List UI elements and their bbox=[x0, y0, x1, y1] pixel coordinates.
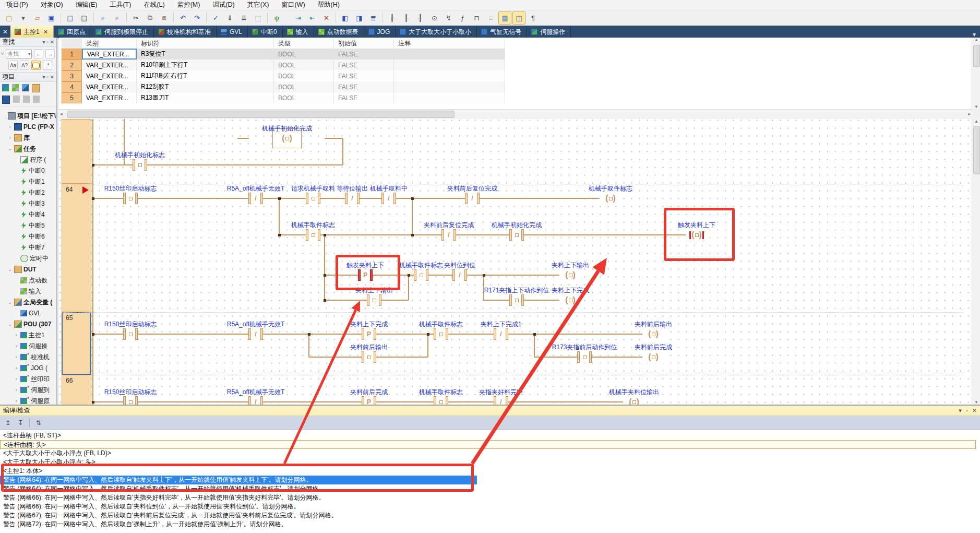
tree-item-伺服操[interactable]: ›伺服操 bbox=[0, 341, 57, 351]
table-row[interactable]: 1VAR_EXTER...R3复位TBOOLFALSE bbox=[62, 49, 505, 60]
comment-cell[interactable] bbox=[394, 92, 505, 103]
rung-cell-65[interactable]: 65 bbox=[62, 312, 91, 375]
expand-icon[interactable]: › bbox=[14, 333, 19, 338]
menu-item[interactable]: 项目(P) bbox=[0, 0, 34, 10]
expand-icon[interactable]: › bbox=[14, 376, 19, 382]
add-pou-icon[interactable] bbox=[2, 84, 9, 91]
tab-close-icon[interactable]: ✕ bbox=[43, 29, 48, 35]
contact-no[interactable] bbox=[122, 396, 139, 405]
step-in-icon[interactable]: ⇥ bbox=[292, 11, 305, 25]
tree-item-主控1[interactable]: ›主控1 bbox=[0, 330, 57, 340]
menu-item[interactable]: 编辑(E) bbox=[69, 0, 104, 10]
tree-item-库[interactable]: ›库 bbox=[0, 133, 57, 143]
expand-icon[interactable]: › bbox=[14, 365, 19, 371]
tree-item-中断7[interactable]: 中断7 bbox=[0, 242, 57, 253]
project-panel-controls[interactable]: ▾ ▫ ✕ bbox=[43, 74, 55, 80]
tree-item-全局变量[interactable]: ⌄全局变量 ( bbox=[0, 297, 57, 307]
tree-item-伺服到[interactable]: ›*伺服到 bbox=[0, 385, 57, 395]
collapse-icon[interactable]: ⌄ bbox=[7, 267, 13, 272]
output-close-icon[interactable]: ✕ bbox=[972, 407, 977, 414]
contact-nc[interactable]: / bbox=[380, 192, 397, 205]
ladder-vertical-scrollbar[interactable]: ▲ ▼ bbox=[972, 119, 980, 405]
rung-cell-66[interactable]: 66 bbox=[62, 375, 91, 405]
pulse-icon[interactable]: ↯ bbox=[442, 11, 455, 25]
grid-toggle-icon[interactable]: ▦ bbox=[498, 11, 511, 25]
tab-伺服操作[interactable]: 伺服操作 bbox=[527, 26, 571, 38]
column-header-初始值[interactable]: 初始值 bbox=[334, 39, 394, 49]
hscroll-left-icon[interactable]: ◂ bbox=[60, 111, 63, 116]
output-sort-icon-2[interactable]: ⇅ bbox=[33, 417, 44, 429]
expand-icon[interactable]: › bbox=[14, 387, 19, 393]
add-gvl-icon[interactable] bbox=[22, 84, 29, 91]
comment-cell[interactable] bbox=[394, 70, 505, 81]
tree-item-定时中[interactable]: 定时中 bbox=[0, 253, 57, 264]
message-row[interactable]: <主控1: 本体> bbox=[0, 467, 979, 476]
find-next-button[interactable]: → bbox=[45, 49, 55, 58]
find-expander-icon[interactable]: ˅ bbox=[1, 51, 4, 56]
tree-item-中断4[interactable]: 中断4 bbox=[0, 209, 57, 220]
collapse-icon[interactable]: ⌄ bbox=[7, 322, 13, 327]
block-icon[interactable]: ⊓ bbox=[470, 11, 483, 25]
identifier-cell[interactable]: R13墨刀T bbox=[137, 92, 274, 103]
cut-icon[interactable]: ✂ bbox=[129, 11, 142, 25]
initval-cell[interactable]: FALSE bbox=[334, 49, 394, 60]
contact-no[interactable] bbox=[366, 294, 383, 306]
contact-pulse[interactable]: P bbox=[361, 328, 377, 340]
message-row[interactable]: 警告 (网格66): 在同一网格中写入、然后读取自'夹料位到位'，从一开始就使用… bbox=[0, 502, 979, 511]
contact-no[interactable] bbox=[122, 328, 139, 340]
expand-icon[interactable]: › bbox=[7, 124, 13, 129]
open-icon[interactable]: ▱ bbox=[31, 11, 44, 25]
category-cell[interactable]: VAR_EXTER... bbox=[82, 92, 137, 103]
collapse-icon[interactable]: ⌄ bbox=[7, 146, 13, 151]
menu-item[interactable]: 调试(D) bbox=[206, 0, 241, 10]
menu-item[interactable]: 窗口(W) bbox=[275, 0, 311, 10]
comment-search-button[interactable] bbox=[31, 61, 41, 70]
step-out-icon[interactable]: ⇤ bbox=[306, 11, 319, 25]
tree-item-点动数[interactable]: 点动数 bbox=[0, 275, 57, 286]
ladder-vscroll-thumb[interactable] bbox=[973, 126, 980, 174]
compile-icon[interactable]: ⇓ bbox=[223, 11, 236, 25]
menu-item[interactable]: 帮助(H) bbox=[312, 0, 346, 10]
column-header-注释[interactable]: 注释 bbox=[394, 39, 505, 49]
paste-icon[interactable]: ⧈ bbox=[158, 11, 171, 25]
pilcrow-icon[interactable]: ¶ bbox=[527, 11, 540, 25]
type-cell[interactable]: BOOL bbox=[274, 81, 334, 92]
category-cell[interactable]: VAR_EXTER... bbox=[82, 60, 137, 70]
tab-中断0[interactable]: 中断0 bbox=[248, 26, 283, 38]
column-header-类型[interactable]: 类型 bbox=[274, 39, 334, 49]
tree-item-输入[interactable]: 输入 bbox=[0, 286, 57, 297]
initval-cell[interactable]: FALSE bbox=[334, 70, 394, 81]
expand-icon[interactable]: › bbox=[14, 344, 19, 349]
tree-item-中断2[interactable]: 中断2 bbox=[0, 187, 57, 198]
comment-lines-icon[interactable]: ≡ bbox=[484, 11, 497, 25]
tab-校准机构和基准[interactable]: 校准机构和基准 bbox=[154, 26, 217, 38]
row-number[interactable]: 3 bbox=[62, 70, 82, 81]
contact-nc[interactable]: / bbox=[247, 328, 264, 340]
contact-no[interactable] bbox=[305, 229, 321, 241]
online-plug-icon[interactable]: ψ bbox=[270, 11, 283, 25]
coil-normal[interactable]: () bbox=[642, 328, 664, 340]
message-row[interactable]: <大于大取大小于小取小浮点: 头> bbox=[0, 458, 979, 467]
rung-cell-cont[interactable] bbox=[62, 119, 91, 184]
type-cell[interactable]: BOOL bbox=[274, 92, 334, 103]
output-sort-icon-0[interactable]: ↥ bbox=[2, 417, 14, 429]
contact-nc[interactable]: / bbox=[493, 396, 509, 405]
coil-normal[interactable]: () bbox=[559, 294, 581, 306]
tree-item-伺服原[interactable]: ›*伺服原 bbox=[0, 396, 57, 405]
collapse-icon[interactable]: ⌄ bbox=[7, 300, 13, 305]
table-horizontal-scrollbar[interactable]: ◂ ▸ bbox=[59, 109, 972, 119]
initval-cell[interactable]: FALSE bbox=[334, 92, 394, 103]
vscroll-up-icon[interactable]: ▲ bbox=[972, 38, 980, 42]
tree-item-中断5[interactable]: 中断5 bbox=[0, 220, 57, 231]
tab-输入[interactable]: 输入 bbox=[283, 26, 314, 38]
tab-GVL[interactable]: GVL bbox=[217, 26, 248, 38]
copy-icon[interactable]: ⧉ bbox=[144, 11, 157, 25]
output-menu-icon[interactable]: ▾ bbox=[959, 407, 962, 414]
tool1-icon[interactable] bbox=[13, 96, 20, 103]
table-row[interactable]: 2VAR_EXTER...R10印刷上下行TBOOLFALSE bbox=[62, 60, 505, 70]
type-cell[interactable]: BOOL bbox=[274, 70, 334, 81]
tab-JOG[interactable]: JOG bbox=[364, 26, 396, 38]
contact-no[interactable] bbox=[433, 396, 449, 405]
row-number[interactable]: 5 bbox=[62, 92, 82, 103]
tree-item-任务[interactable]: ⌄任务 bbox=[0, 144, 57, 154]
